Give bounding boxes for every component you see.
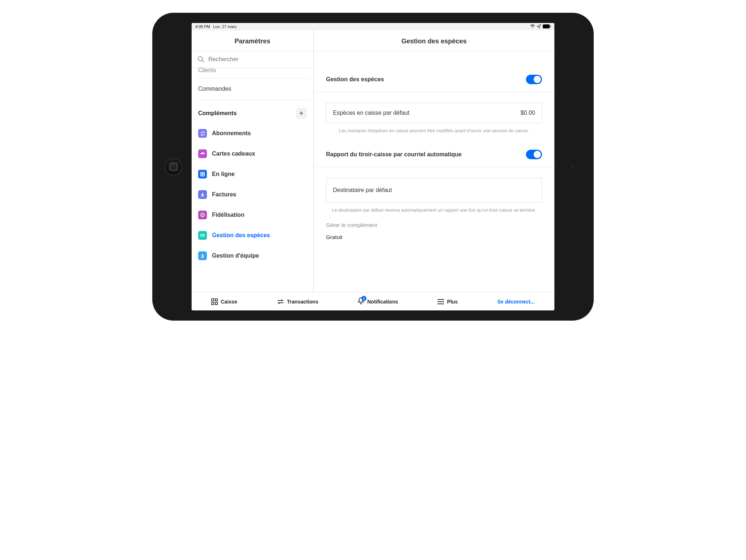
default-recipient-field[interactable]: Destinataire par défaut <box>326 178 542 203</box>
svg-point-9 <box>202 235 203 236</box>
sidebar-item-commandes[interactable]: Commandes <box>197 78 308 100</box>
logout-link[interactable]: Se déconnect... <box>497 299 535 305</box>
svg-point-7 <box>202 214 203 215</box>
svg-rect-5 <box>202 173 204 175</box>
toggle-label: Gestion des espèces <box>326 76 384 83</box>
location-icon <box>537 24 541 29</box>
default-cash-field[interactable]: Espèces en caisse par défaut $0.00 <box>326 103 542 123</box>
sidebar-item-label: En ligne <box>212 171 235 177</box>
svg-rect-11 <box>212 299 214 301</box>
svg-rect-12 <box>215 299 217 301</box>
svg-point-2 <box>198 56 203 61</box>
cash-icon <box>198 231 207 240</box>
field-label: Espèces en caisse par défaut <box>333 110 409 116</box>
sidebar-item-label: Factures <box>212 191 236 198</box>
battery-icon <box>543 24 551 29</box>
loyalty-icon <box>198 211 207 219</box>
sidebar-item-label: Gestion des espèces <box>212 232 270 239</box>
toggle-row-auto-report: Rapport du tiroir-caisse par courriel au… <box>314 141 554 167</box>
sidebar-item-label: Gestion d'équipe <box>212 252 259 259</box>
sidebar-item-clients[interactable]: Clients <box>197 68 308 78</box>
cash-management-toggle[interactable] <box>526 75 542 84</box>
svg-line-3 <box>202 60 204 62</box>
sidebar-title: Paramètres <box>192 30 313 51</box>
sidebar-item-label: Cartes cadeaux <box>212 150 255 157</box>
home-button[interactable] <box>165 158 182 176</box>
tab-label: Notifications <box>367 299 398 305</box>
sidebar-item-gestion-equipe[interactable]: Gestion d'équipe <box>197 246 308 266</box>
section-label: Compléments <box>198 110 237 117</box>
svg-rect-1 <box>550 26 551 27</box>
field-label: Destinataire par défaut <box>333 187 392 193</box>
main-title: Gestion des espèces <box>314 30 554 51</box>
default-cash-hint: Les montants d'espèces en caisse peuvent… <box>314 128 554 134</box>
svg-point-10 <box>202 254 204 256</box>
online-icon <box>198 170 207 179</box>
sidebar-item-factures[interactable]: Factures <box>197 184 308 205</box>
sidebar-item-label: Abonnements <box>212 130 251 137</box>
front-camera <box>571 164 576 169</box>
status-date: Lun. 27 mars <box>213 24 236 29</box>
menu-icon <box>437 299 444 304</box>
sidebar-item-cartes-cadeaux[interactable]: Cartes cadeaux <box>197 144 308 164</box>
tab-label: Plus <box>447 299 458 305</box>
search-input[interactable] <box>208 56 307 63</box>
gift-icon <box>198 149 207 158</box>
search-row[interactable] <box>192 51 313 68</box>
main-panel: Gestion des espèces Gestion des espèces … <box>314 30 554 292</box>
toggle-label: Rapport du tiroir-caisse par courriel au… <box>326 151 462 158</box>
sidebar-item-en-ligne[interactable]: En ligne <box>197 164 308 184</box>
invoice-icon <box>198 190 207 199</box>
sidebar-section-complements: Compléments + <box>197 100 308 123</box>
svg-rect-14 <box>215 302 217 305</box>
tab-plus[interactable]: Plus <box>437 299 458 305</box>
tab-label: Se déconnect... <box>497 299 535 305</box>
manage-complement-label: Gérer le complément <box>314 214 554 232</box>
add-complement-button[interactable]: + <box>296 108 307 119</box>
auto-report-toggle[interactable] <box>526 150 542 159</box>
toggle-row-cash-management: Gestion des espèces <box>314 66 554 92</box>
tablet-frame: 4:09 PM Lun. 27 mars Paramètres <box>152 13 594 321</box>
tab-label: Transactions <box>287 299 318 305</box>
tab-transactions[interactable]: Transactions <box>277 299 318 305</box>
notification-badge: 1 <box>361 296 366 301</box>
refresh-icon <box>198 129 207 138</box>
wifi-icon <box>530 24 535 29</box>
svg-rect-0 <box>543 24 550 28</box>
tab-label: Caisse <box>221 299 237 305</box>
sidebar-item-gestion-especes[interactable]: Gestion des espèces <box>197 225 308 246</box>
status-bar: 4:09 PM Lun. 27 mars <box>192 23 554 30</box>
sidebar: Paramètres Clients Commandes Compléments… <box>192 30 314 292</box>
bottom-tabs: Caisse Transactions 1 Notifications Plus… <box>192 292 554 310</box>
tab-notifications[interactable]: 1 Notifications <box>358 297 398 306</box>
status-time: 4:09 PM <box>195 24 210 29</box>
sidebar-item-label: Fidélisation <box>212 212 244 218</box>
field-value: $0.00 <box>521 110 535 116</box>
screen: 4:09 PM Lun. 27 mars Paramètres <box>192 23 554 310</box>
tab-caisse[interactable]: Caisse <box>211 298 237 305</box>
grid-icon <box>211 298 218 305</box>
swap-icon <box>277 299 284 305</box>
sidebar-item-abonnements[interactable]: Abonnements <box>197 123 308 144</box>
sidebar-item-fidelisation[interactable]: Fidélisation <box>197 205 308 225</box>
search-icon <box>197 56 205 63</box>
manage-complement-value: Gratuit <box>314 232 554 244</box>
team-icon <box>198 251 207 260</box>
recipient-hint: Le destinataire par défaut recevra autom… <box>314 207 554 214</box>
svg-rect-13 <box>212 302 214 305</box>
